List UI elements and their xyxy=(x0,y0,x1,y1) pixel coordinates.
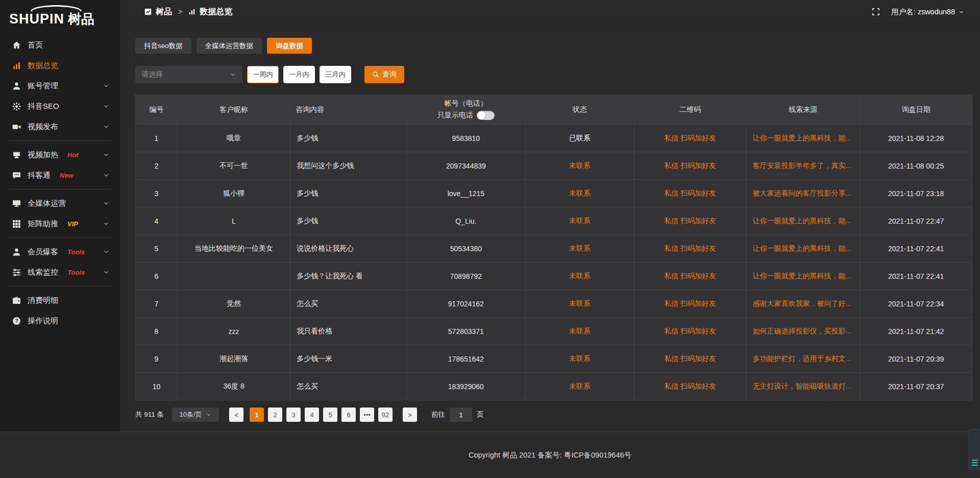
page-size-value: 10条/页 xyxy=(179,410,202,419)
breadcrumb-app[interactable]: 树品 xyxy=(156,7,172,17)
qrcode-link[interactable]: 私信 扫码加好友 xyxy=(664,161,716,170)
page-button-1[interactable]: 1 xyxy=(250,408,264,422)
monitor-icon xyxy=(12,199,21,208)
cell-date: 2021-11-07 22:34 xyxy=(860,290,972,318)
cell-id: 3 xyxy=(136,180,178,207)
cell-content: 说说价格让我死心 xyxy=(290,235,407,262)
cell-nickname: zzz xyxy=(177,318,290,345)
qrcode-link[interactable]: 私信 扫码加好友 xyxy=(664,382,716,390)
source-link[interactable]: 让你一眼就爱上的黑科技，能... xyxy=(752,134,851,142)
source-link[interactable]: 如何正确选择投影仪，买投影... xyxy=(752,327,851,335)
cell-date: 2021-11-08 12:28 xyxy=(860,125,972,152)
sidebar-item-omnimedia[interactable]: 全媒体运营 xyxy=(0,193,120,213)
prev-page-button[interactable]: < xyxy=(229,408,243,422)
sidebar-item-spending-detail[interactable]: 消费明细 xyxy=(0,290,120,310)
chevron-down-icon xyxy=(103,200,110,207)
sidebar-item-label: 视频发布 xyxy=(28,122,58,132)
content-area: 树品 > 数据总览 用户名: zswodun88 抖音seo数据 全媒体运营数据… xyxy=(120,0,980,432)
page-ellipsis-button[interactable]: ••• xyxy=(360,408,374,422)
status-badge: 未联系 xyxy=(569,244,591,252)
page-button-92[interactable]: 92 xyxy=(378,408,393,422)
page-size-select[interactable]: 10条/页 xyxy=(172,408,219,422)
column-header-content: 咨询内容 xyxy=(290,95,407,125)
data-tabs: 抖音seo数据 全媒体运营数据 询盘数据 xyxy=(135,38,972,54)
source-link[interactable]: 被大家追着问的客厅投影分享... xyxy=(752,189,851,197)
chevron-down-icon xyxy=(103,103,110,110)
sidebar-item-badge: Tools xyxy=(67,248,85,256)
sidebar-item-label: 全媒体运营 xyxy=(28,199,66,208)
sidebar-item-badge: New xyxy=(60,172,74,179)
account-select[interactable]: 请选择 xyxy=(135,66,242,83)
chevron-down-icon xyxy=(103,82,110,89)
sidebar-item-home[interactable]: 首页 xyxy=(0,35,120,55)
page-button-5[interactable]: 5 xyxy=(323,408,337,422)
inquiry-table: 编号 客户昵称 咨询内容 帐号（电话） 只显示电话 状态 二维码 线索来源 xyxy=(135,94,972,400)
column-header-qrcode: 二维码 xyxy=(634,95,746,125)
sidebar-item-matrix-boost[interactable]: 矩阵助推 VIP xyxy=(0,213,120,234)
sidebar-item-help[interactable]: ? 操作说明 xyxy=(0,310,120,331)
sidebar-item-data-overview[interactable]: 数据总览 xyxy=(0,55,120,76)
sidebar-item-douketong[interactable]: 抖客通 New xyxy=(0,165,120,185)
user-menu[interactable]: 用户名: zswodun88 xyxy=(891,7,965,17)
select-placeholder: 请选择 xyxy=(141,70,163,79)
page-button-6[interactable]: 6 xyxy=(341,408,356,422)
qrcode-link[interactable]: 私信 扫码加好友 xyxy=(664,272,716,280)
source-link[interactable]: 让你一眼就爱上的黑科技，能... xyxy=(752,244,851,252)
tab-douyin-seo-data[interactable]: 抖音seo数据 xyxy=(135,38,191,54)
cell-nickname: 不可一世 xyxy=(177,152,290,180)
range-button-quarter[interactable]: 三月内 xyxy=(320,66,351,83)
source-link[interactable]: 无主灯设计，智能磁吸轨道灯... xyxy=(752,382,851,390)
table-row: 5 当地比较能吃的一位美女 说说价格让我死心 50534380 未联系 私信 扫… xyxy=(136,235,972,262)
sidebar-item-account-mgmt[interactable]: 账号管理 xyxy=(0,76,120,96)
sidebar-item-video-publish[interactable]: 视频发布 xyxy=(0,116,120,137)
page-button-2[interactable]: 2 xyxy=(268,408,282,422)
page-button-3[interactable]: 3 xyxy=(286,408,301,422)
cell-account: 9583810 xyxy=(407,125,526,152)
breadcrumb-page[interactable]: 数据总览 xyxy=(200,7,232,17)
tab-inquiry-data[interactable]: 询盘数据 xyxy=(267,38,312,54)
table-row: 10 36度 8 怎么买 183929060 未联系 私信 扫码加好友 无主灯设… xyxy=(136,373,972,400)
qrcode-link[interactable]: 私信 扫码加好友 xyxy=(664,299,716,307)
range-button-week[interactable]: 一周内 xyxy=(247,66,279,83)
sidebar-item-label: 视频加热 xyxy=(28,150,58,160)
brand-name-en: SHUPIN xyxy=(9,11,64,27)
chevron-down-icon xyxy=(206,412,212,418)
next-page-button[interactable]: > xyxy=(403,408,417,422)
phone-only-toggle[interactable] xyxy=(477,111,495,120)
source-link[interactable]: 让你一眼就爱上的黑科技，能... xyxy=(752,217,851,225)
sidebar-item-label: 消费明细 xyxy=(28,296,58,305)
tab-omnimedia-data[interactable]: 全媒体运营数据 xyxy=(197,38,262,54)
floating-widget[interactable] xyxy=(969,429,980,470)
bar-chart-icon xyxy=(188,8,195,15)
home-icon xyxy=(12,41,21,50)
qrcode-link[interactable]: 私信 扫码加好友 xyxy=(664,327,716,335)
cell-nickname xyxy=(177,262,290,290)
table-header-row: 编号 客户昵称 咨询内容 帐号（电话） 只显示电话 状态 二维码 线索来源 xyxy=(136,95,972,125)
sidebar-item-video-heat[interactable]: 视频加热 Hot xyxy=(0,145,120,165)
source-link[interactable]: 感谢大家喜欢我家，被问了好... xyxy=(752,299,851,307)
cell-id: 8 xyxy=(136,318,178,345)
qrcode-link[interactable]: 私信 扫码加好友 xyxy=(664,217,716,225)
search-button[interactable]: 查询 xyxy=(364,66,404,83)
cell-nickname: 当地比较能吃的一位美女 xyxy=(177,235,290,262)
page-button-4[interactable]: 4 xyxy=(305,408,319,422)
qrcode-link[interactable]: 私信 扫码加好友 xyxy=(664,134,716,142)
source-link[interactable]: 让你一眼就爱上的黑科技，能... xyxy=(752,272,851,280)
table-row: 7 觉然 怎么买 917024162 未联系 私信 扫码加好友 感谢大家喜欢我家… xyxy=(136,290,972,318)
cell-date: 2021-11-07 21:42 xyxy=(860,318,972,345)
qrcode-link[interactable]: 私信 扫码加好友 xyxy=(664,354,716,363)
qrcode-link[interactable]: 私信 扫码加好友 xyxy=(664,244,716,252)
source-link[interactable]: 客厅安装投影半年多了，真实... xyxy=(752,161,851,170)
range-button-month[interactable]: 一月内 xyxy=(283,66,315,83)
source-link[interactable]: 多功能护栏灯，适用于乡村文... xyxy=(752,354,851,363)
pagination-total: 共 911 条 xyxy=(135,410,164,419)
goto-label: 前往 xyxy=(431,410,445,419)
sidebar-item-member-baoke[interactable]: 会员爆客 Tools xyxy=(0,242,120,262)
bar-chart-icon xyxy=(12,61,21,70)
fullscreen-icon[interactable] xyxy=(872,8,880,16)
table-row: 1 哦章 多少钱 9583810 已联系 私信 扫码加好友 让你一眼就爱上的黑科… xyxy=(136,125,972,152)
qrcode-link[interactable]: 私信 扫码加好友 xyxy=(664,189,716,197)
sidebar-item-lead-monitor[interactable]: 线索监控 Tools xyxy=(0,262,120,282)
goto-page-input[interactable] xyxy=(450,408,472,422)
sidebar-item-douyin-seo[interactable]: 抖音SEO xyxy=(0,96,120,116)
